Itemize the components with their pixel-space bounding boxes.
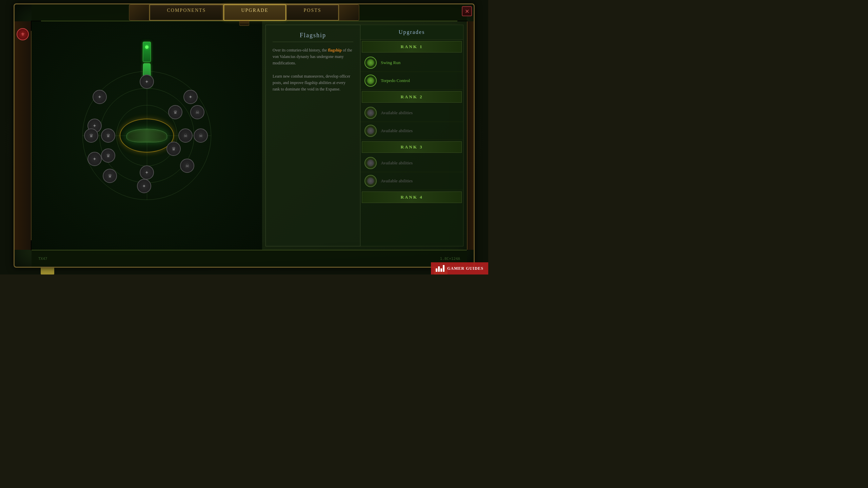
r2-1-label: Available abilities [381, 110, 413, 116]
r2-1-icon-inner [367, 109, 374, 116]
flagship-info-panel: Flagship Over its centuries-old history,… [265, 25, 360, 246]
rank-3-header: RANK 3 [362, 141, 462, 153]
panel-row: Flagship Over its centuries-old history,… [265, 25, 463, 246]
watermark-label: GAMER GUIDES [447, 266, 484, 271]
watermark: GAMER GUIDES [431, 262, 488, 274]
ship-icon-ssw[interactable]: ♛ [101, 148, 115, 163]
r3-1-label: Available abilities [381, 160, 413, 166]
flagship-title: Flagship [273, 32, 353, 42]
bar4 [443, 265, 445, 272]
ship-icon-bottom[interactable]: ✦ [137, 179, 151, 193]
r2-2-icon-inner [367, 127, 374, 134]
coord-right: 1.8C+124A [440, 257, 460, 261]
r2-2-icon [364, 125, 377, 137]
rank-4-header: RANK 4 [362, 191, 462, 203]
weapon-bar-top [143, 42, 151, 62]
torpedo-icon-inner [367, 77, 374, 84]
right-panel [467, 21, 474, 250]
content-area: ✦ ✦ ✦ ☠ ✦ ♛ ♛ ✦ ✦ ♛ ♛ [32, 21, 467, 250]
nav-tabs-row: Components Upgrade Posts [149, 4, 339, 21]
tab-upgrade[interactable]: Upgrade [223, 4, 286, 21]
upgrade-item-torpedo[interactable]: Torpedo Control [360, 72, 463, 90]
torpedo-label: Torpedo Control [381, 78, 410, 83]
upgrade-item-r2-1[interactable]: Available abilities [360, 104, 463, 122]
torpedo-icon [364, 75, 377, 87]
swing-run-icon [364, 57, 377, 69]
swing-run-icon-inner [367, 59, 374, 66]
scroll-emblem: ⚜ [17, 28, 29, 40]
upgrades-title: Upgrades [360, 25, 463, 40]
r2-2-label: Available abilities [381, 128, 413, 134]
ship-icon-nne[interactable]: ☠ [190, 105, 204, 119]
upgrade-item-r3-1[interactable]: Available abilities [360, 154, 463, 172]
ship-icon-s[interactable]: ✦ [140, 165, 154, 180]
r3-1-icon-inner [367, 160, 374, 166]
main-container: Components Upgrade Posts ✕ ⚜ S.Sestinm n… [14, 3, 475, 268]
ship-icon-ne[interactable]: ✦ [183, 90, 198, 104]
coord-left: TX47 [38, 257, 47, 261]
bottom-bar: TX47 1.8C+124A [32, 250, 467, 267]
nav-bar: Components Upgrade Posts [129, 4, 359, 26]
upgrade-item-r2-2[interactable]: Available abilities [360, 122, 463, 140]
flagship-desc-part1: Over its centuries-old history, the [273, 48, 328, 53]
ship-icon-sw[interactable]: ✦ [87, 152, 102, 166]
rank-2-header: RANK 2 [362, 91, 462, 103]
upgrade-item-r3-2[interactable]: Available abilities [360, 172, 463, 190]
ship-icon-sse[interactable]: ♛ [166, 142, 181, 156]
bar2 [438, 266, 440, 272]
flagship-highlight: flagship [328, 48, 342, 53]
r3-2-icon-inner [367, 178, 374, 184]
close-button[interactable]: ✕ [462, 6, 472, 16]
left-scroll: ⚜ [15, 21, 32, 250]
ship-icon-s2[interactable]: ♛ [103, 169, 117, 183]
bar3 [440, 268, 442, 272]
upgrades-panel: Upgrades RANK 1 Swing Run Torpedo Contr [360, 25, 463, 246]
r3-2-label: Available abilities [381, 178, 413, 184]
rank-1-header: RANK 1 [362, 41, 462, 53]
r3-2-icon [364, 175, 377, 187]
r2-1-icon [364, 107, 377, 119]
ship-glowing [123, 122, 171, 149]
upgrade-item-swing-run[interactable]: Swing Run [360, 54, 463, 72]
swing-run-label: Swing Run [381, 60, 400, 65]
ship-icon-e[interactable]: ☠ [178, 128, 193, 143]
ship-circle-container: ✦ ✦ ✦ ☠ ✦ ♛ ♛ ✦ ✦ ♛ ♛ [82, 71, 211, 200]
nav-wing-left [129, 4, 149, 21]
info-panel: Flagship Over its centuries-old history,… [262, 21, 467, 250]
nav-gear-bottom [239, 21, 249, 26]
ship-icon-se[interactable]: ☠ [180, 159, 194, 173]
ship-icon-nw[interactable]: ✦ [93, 90, 107, 104]
flagship-desc-part3: Learn new combat manoeuvres, develop off… [273, 74, 350, 92]
nav-wings: Components Upgrade Posts [129, 4, 359, 21]
ship-icon-ene[interactable]: ♛ [168, 105, 182, 119]
ship-view: ✦ ✦ ✦ ☠ ✦ ♛ ♛ ✦ ✦ ♛ ♛ [32, 21, 262, 250]
ship-center [123, 122, 171, 149]
nav-wing-right [339, 4, 359, 21]
ship-body [126, 129, 167, 142]
tab-posts[interactable]: Posts [286, 4, 339, 21]
watermark-icon [436, 265, 445, 272]
ship-icon-n[interactable]: ✦ [140, 75, 154, 89]
flagship-description: Over its centuries-old history, the flag… [273, 47, 353, 93]
ship-icon-ese[interactable]: ☠ [194, 128, 208, 143]
bar1 [436, 268, 437, 272]
ship-icon-ww[interactable]: ♛ [101, 128, 115, 143]
ship-icon-w[interactable]: ♛ [84, 128, 98, 143]
tab-components[interactable]: Components [149, 4, 223, 21]
r3-1-icon [364, 157, 377, 169]
